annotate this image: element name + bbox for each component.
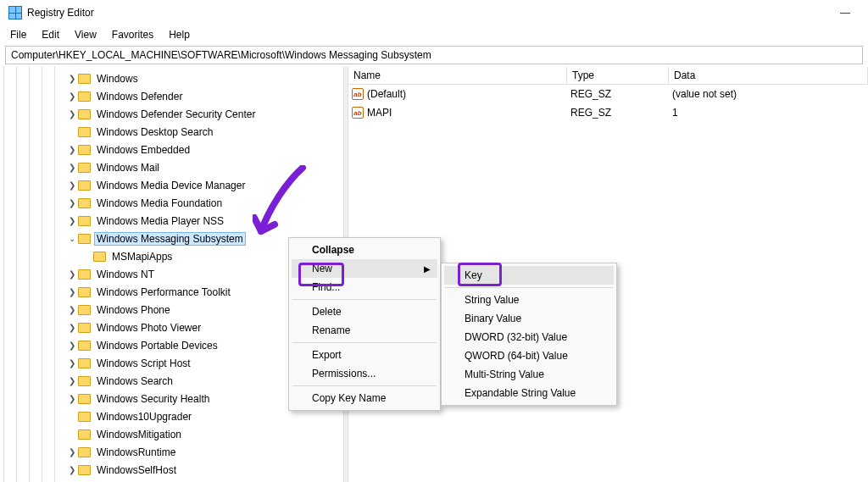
tree-item-label: Windows Media Device Manager xyxy=(94,179,248,192)
ctx-new-binary[interactable]: Binary Value xyxy=(444,309,614,328)
tree-item[interactable]: Windows Desktop Search xyxy=(66,123,343,141)
folder-icon xyxy=(78,269,91,280)
tree-item-label: Windows Security Health xyxy=(94,392,212,406)
tree-expander-icon[interactable]: ❯ xyxy=(66,145,78,154)
folder-icon xyxy=(93,252,106,262)
tree-item-label: Windows Search xyxy=(94,374,175,388)
ctx-new-multistring[interactable]: Multi-String Value xyxy=(444,365,614,384)
value-row[interactable]: ab(Default)REG_SZ(value not set) xyxy=(348,85,868,103)
tree-item-label: Windows Defender Security Center xyxy=(94,108,258,121)
column-type[interactable]: Type xyxy=(567,67,669,84)
folder-icon xyxy=(78,412,91,422)
tree-expander-icon[interactable]: ❯ xyxy=(66,447,78,457)
menu-bar: File Edit View Favorites Help xyxy=(0,25,868,44)
ctx-delete[interactable]: Delete xyxy=(292,302,437,321)
tree-expander-icon[interactable]: ❯ xyxy=(66,323,78,332)
separator xyxy=(445,287,613,288)
tree-item-label: Windows Photo Viewer xyxy=(94,321,203,335)
tree-item-label: Windows Desktop Search xyxy=(94,125,215,139)
tree-expander-icon[interactable]: ❯ xyxy=(66,376,78,385)
value-row[interactable]: abMAPIREG_SZ1 xyxy=(348,103,868,122)
tree-item-label: Windows Messaging Subsystem xyxy=(94,232,246,246)
value-name: MAPI xyxy=(367,107,565,119)
column-data[interactable]: Data xyxy=(669,67,868,84)
menu-file[interactable]: File xyxy=(3,27,33,42)
tree-expander-icon[interactable]: ❯ xyxy=(66,465,78,474)
context-submenu-new: Key String Value Binary Value DWORD (32-… xyxy=(441,263,617,406)
tree-expander-icon[interactable]: ❯ xyxy=(66,74,78,83)
tree-expander-icon[interactable]: ❯ xyxy=(66,163,78,172)
folder-icon xyxy=(78,145,91,155)
tree-item-label: Windows xyxy=(94,72,141,86)
folder-icon xyxy=(78,376,91,386)
tree-item[interactable]: ❯Windows Defender Security Center xyxy=(66,105,343,123)
menu-favorites[interactable]: Favorites xyxy=(105,27,160,42)
value-name: (Default) xyxy=(367,88,565,100)
tree-item[interactable]: ❯Windows Embedded xyxy=(66,141,343,158)
tree-item-label: WindowsSelfHost xyxy=(94,463,179,477)
ctx-permissions[interactable]: Permissions... xyxy=(292,364,437,383)
ctx-new-string[interactable]: String Value xyxy=(444,291,614,309)
app-icon xyxy=(8,6,22,19)
menu-help[interactable]: Help xyxy=(162,27,197,42)
ctx-new-dword[interactable]: DWORD (32-bit) Value xyxy=(444,328,614,346)
tree-item-label: Windows Embedded xyxy=(94,143,192,157)
tree-item-label: Windows Phone xyxy=(94,303,173,317)
tree-item-label: Windows Defender xyxy=(94,90,185,103)
tree-item[interactable]: ❯WindowsRuntime xyxy=(66,443,343,461)
folder-icon xyxy=(78,341,91,351)
context-menu: Collapse New▶ Find... Delete Rename Expo… xyxy=(288,237,441,411)
tree-item-label: Windows Media Player NSS xyxy=(94,214,226,228)
folder-icon xyxy=(78,91,91,102)
tree-expander-icon[interactable]: ❯ xyxy=(66,180,78,190)
chevron-right-icon: ▶ xyxy=(424,264,431,274)
tree-expander-icon[interactable]: ❯ xyxy=(66,341,78,350)
ctx-new-qword[interactable]: QWORD (64-bit) Value xyxy=(444,346,614,365)
folder-icon xyxy=(78,74,91,84)
tree-expander-icon[interactable]: ❯ xyxy=(66,216,78,225)
ctx-new-expandstring[interactable]: Expandable String Value xyxy=(444,384,614,402)
ctx-export[interactable]: Export xyxy=(292,346,437,364)
menu-edit[interactable]: Edit xyxy=(35,27,66,42)
tree-item-label: Windows Performance Toolkit xyxy=(94,285,233,299)
tree-item-label: Windows Script Host xyxy=(94,357,193,370)
window-title: Registry Editor xyxy=(27,7,94,19)
tree-item-label: MSMapiApps xyxy=(109,250,175,263)
tree-expander-icon[interactable]: ❯ xyxy=(66,287,78,296)
tree-expander-icon[interactable]: ❯ xyxy=(66,358,78,368)
menu-view[interactable]: View xyxy=(68,27,103,42)
value-type: REG_SZ xyxy=(565,88,667,100)
ctx-new[interactable]: New▶ xyxy=(292,259,437,278)
ctx-find[interactable]: Find... xyxy=(292,278,437,296)
ctx-collapse[interactable]: Collapse xyxy=(292,241,437,259)
value-data: (value not set) xyxy=(667,88,868,100)
tree-expander-icon[interactable]: ⌄ xyxy=(66,234,78,243)
tree-expander-icon[interactable]: ❯ xyxy=(66,91,78,101)
tree-expander-icon[interactable]: ❯ xyxy=(66,394,78,403)
ctx-rename[interactable]: Rename xyxy=(292,321,437,340)
folder-icon xyxy=(78,109,91,119)
folder-icon xyxy=(78,323,91,333)
column-name[interactable]: Name xyxy=(348,67,567,84)
tree-item[interactable]: ❯Windows xyxy=(66,69,343,87)
tree-expander-icon[interactable]: ❯ xyxy=(66,269,78,279)
string-value-icon: ab xyxy=(352,88,364,100)
folder-icon xyxy=(78,234,91,244)
separator xyxy=(292,342,437,343)
tree-expander-icon[interactable]: ❯ xyxy=(66,109,78,119)
tree-expander-icon[interactable]: ❯ xyxy=(66,305,78,314)
tree-item[interactable]: ❯Windows Defender xyxy=(66,87,343,105)
values-header: Name Type Data xyxy=(348,66,868,85)
ctx-copy-key-name[interactable]: Copy Key Name xyxy=(292,389,437,407)
address-bar[interactable]: Computer\HKEY_LOCAL_MACHINE\SOFTWARE\Mic… xyxy=(5,46,863,64)
tree-item-label: Windows Mail xyxy=(94,161,162,175)
tree-expander-icon[interactable]: ❯ xyxy=(66,198,78,208)
folder-icon xyxy=(78,287,91,297)
minimize-button[interactable]: — xyxy=(826,0,865,25)
ctx-new-key[interactable]: Key xyxy=(444,266,614,285)
tree-item[interactable]: ❯WindowsSelfHost xyxy=(66,461,343,479)
value-data: 1 xyxy=(667,107,868,119)
tree-item-label: WindowsMitigation xyxy=(94,428,184,441)
tree-item[interactable]: WindowsMitigation xyxy=(66,425,343,443)
tree-item-label: Windows Media Foundation xyxy=(94,197,225,210)
